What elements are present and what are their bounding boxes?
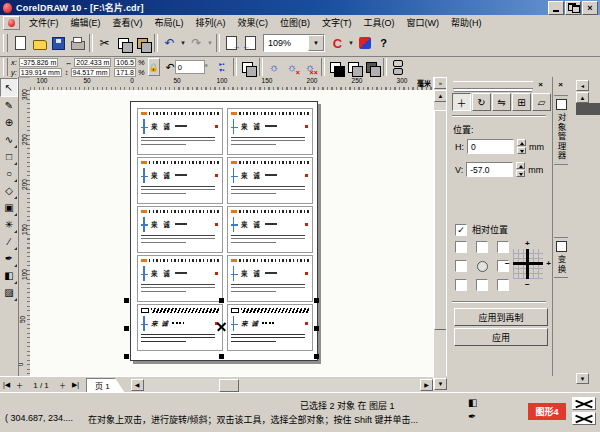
menu-item-8[interactable]: 文字(T) (316, 15, 358, 30)
menu-item-11[interactable]: 帮助(H) (445, 15, 488, 30)
anchor-point[interactable] (455, 241, 467, 253)
anchor-point[interactable] (455, 260, 467, 272)
business-card[interactable]: 来 诚 (227, 108, 313, 155)
fill-tool[interactable]: ◧ (1, 267, 17, 284)
menu-item-6[interactable]: 效果(C) (232, 15, 275, 30)
last-page-icon[interactable]: ▶| (69, 379, 82, 392)
selection-handle[interactable] (314, 354, 319, 359)
menu-item-2[interactable]: 编辑(E) (65, 15, 107, 30)
position-button[interactable]: ＋ (452, 93, 471, 111)
ungroup-icon[interactable]: ☼× (284, 59, 300, 76)
undo-dropdown-icon[interactable]: ▼ (179, 34, 187, 53)
anchor-point[interactable] (497, 279, 509, 291)
launcher-dropdown-icon[interactable]: ▼ (347, 34, 355, 53)
menu-item-10[interactable]: 窗口(W) (401, 15, 446, 30)
mirror-icon[interactable]: ▸▪▾▪ (214, 59, 230, 76)
undo-icon[interactable]: ↶ (160, 34, 179, 53)
restore-button[interactable] (565, 1, 581, 15)
zoom-level-combo[interactable]: 109% ▼ (263, 34, 325, 52)
object-width[interactable]: 202.433 m (74, 58, 111, 67)
menu-item-9[interactable]: 工具(O) (358, 15, 401, 30)
menu-item-1[interactable]: 文件(F) (23, 15, 65, 30)
docker-grab-handle[interactable] (453, 81, 533, 89)
cut-icon[interactable]: ✂ (95, 34, 114, 53)
selection-handle[interactable] (219, 298, 224, 303)
menu-item-5[interactable]: 排列(A) (190, 15, 232, 30)
v-spinner[interactable] (516, 162, 525, 177)
propbar-grip[interactable] (3, 58, 8, 76)
vertical-scrollbar[interactable]: » ▲ ▼ (433, 77, 447, 390)
menu-item-4[interactable]: 布局(L) (149, 15, 190, 30)
group-icon[interactable]: ☼ (266, 59, 282, 76)
business-card[interactable]: 来 诚 (227, 255, 313, 302)
selection-handle[interactable] (219, 354, 224, 359)
size-button[interactable]: ⊞ (512, 93, 531, 111)
outline-tool[interactable]: ✒ (1, 250, 17, 267)
copy-icon[interactable] (114, 34, 133, 53)
minimize-button[interactable] (548, 1, 564, 15)
drawing-canvas[interactable]: 来 诚来 诚来 诚来 诚来 诚来 诚来 诚来 诚来 诚来 诚 (30, 90, 433, 376)
object-height[interactable]: 94.517 mm (71, 68, 110, 77)
selection-handle[interactable] (314, 326, 319, 331)
business-card[interactable]: 来 诚 (227, 157, 313, 204)
scale-x-field[interactable]: 106.5 (114, 58, 136, 67)
interactive-fill-tool[interactable]: ▨ (1, 284, 17, 301)
fill-none-swatch[interactable] (572, 397, 596, 410)
add-page-before-icon[interactable]: ＋ (13, 379, 26, 392)
first-page-icon[interactable]: |◀ (0, 379, 13, 392)
rotate-button[interactable]: ↻ (472, 93, 491, 111)
combine-icon[interactable] (240, 59, 256, 76)
corel-community-icon[interactable] (355, 34, 374, 53)
business-card[interactable]: 来 诚 (137, 255, 223, 302)
palette-scroll-up-icon[interactable]: ▲ (576, 92, 589, 103)
skew-button[interactable]: ▱ (532, 93, 551, 111)
tab-object-manager[interactable]: 对象管理器 (554, 95, 569, 165)
business-card[interactable]: 来 诚 (137, 206, 223, 253)
horizontal-ruler[interactable]: 毫米 10050050100150200250300 (30, 77, 433, 91)
import-icon[interactable]: → (222, 34, 241, 53)
scroll-down-icon[interactable]: ▼ (434, 378, 447, 390)
horizontal-scrollbar[interactable]: ◀ ▶ (131, 379, 433, 392)
whats-this-help-icon[interactable]: ? (374, 34, 393, 53)
redo-icon[interactable]: ↷ (187, 34, 206, 53)
horizontal-scroll-thumb[interactable] (219, 379, 239, 392)
paste-icon[interactable] (133, 34, 152, 53)
eyedropper-tool[interactable]: ∕ (1, 233, 17, 250)
close-button[interactable]: × (582, 1, 598, 15)
apply-to-duplicate-button[interactable]: 应用到再制 (454, 308, 548, 326)
anchor-point[interactable] (455, 279, 467, 291)
scroll-left-icon[interactable]: ◀ (131, 379, 144, 391)
save-icon[interactable] (49, 34, 68, 53)
business-card-selected[interactable]: 来 诚 (137, 304, 223, 351)
open-icon[interactable] (30, 34, 49, 53)
ungroup-all-icon[interactable]: ☼×× (302, 59, 318, 76)
new-document-icon[interactable] (11, 34, 30, 53)
interactive-blend-tool[interactable]: ✳ (1, 216, 17, 233)
menu-item-7[interactable]: 位图(B) (274, 15, 316, 30)
apply-button[interactable]: 应用 (454, 328, 548, 346)
basic-shapes-tool[interactable]: ▣ (1, 199, 17, 216)
menu-item-3[interactable]: 查看(V) (107, 15, 149, 30)
add-page-after-icon[interactable]: ＋ (56, 379, 69, 392)
convert-to-curves-icon[interactable] (390, 59, 406, 76)
scale-mirror-button[interactable]: ⇋ (492, 93, 511, 111)
docker-close-icon[interactable]: × (535, 79, 546, 90)
ellipse-tool[interactable]: ○ (1, 165, 17, 182)
tab-transform[interactable]: 变换 (554, 237, 569, 278)
h-spinner[interactable] (517, 139, 526, 154)
anchor-point[interactable] (476, 279, 488, 291)
pick-tool[interactable]: ↖ (0, 78, 18, 97)
selection-center-icon[interactable] (217, 322, 226, 331)
business-card[interactable]: 来 诚 (227, 206, 313, 253)
scroll-right-icon[interactable]: ▶ (420, 379, 433, 391)
order-icon[interactable] (364, 59, 380, 76)
export-icon[interactable]: ← (241, 34, 260, 53)
relative-position-checkbox[interactable]: ✓ (455, 224, 467, 236)
shape-tool[interactable]: ✎ (1, 97, 17, 114)
selection-handle[interactable] (124, 326, 129, 331)
palette-menu-icon[interactable]: ◂ (576, 80, 589, 91)
anchor-center-point[interactable] (477, 261, 488, 272)
to-back-icon[interactable] (346, 59, 362, 76)
redo-dropdown-icon[interactable]: ▼ (206, 34, 214, 53)
page-tab[interactable]: 页 1 (86, 378, 125, 393)
